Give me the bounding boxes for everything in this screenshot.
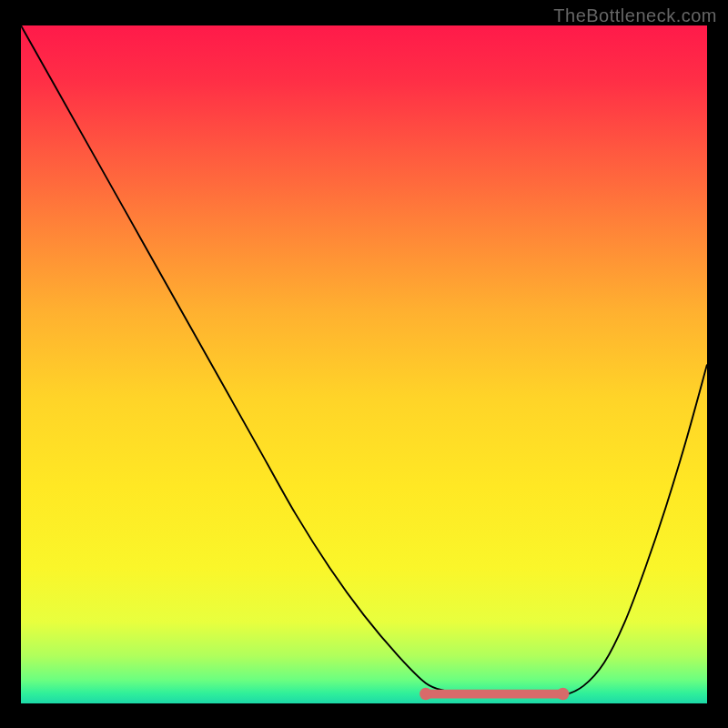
chart-svg (21, 25, 707, 703)
watermark-text: TheBottleneck.com (553, 5, 717, 26)
svg-point-2 (557, 688, 570, 700)
gradient-background (21, 25, 707, 703)
optimal-range-marker (420, 688, 569, 700)
chart-container: TheBottleneck.com (0, 0, 728, 728)
svg-point-1 (420, 688, 432, 700)
chart-plot-area (21, 25, 707, 703)
